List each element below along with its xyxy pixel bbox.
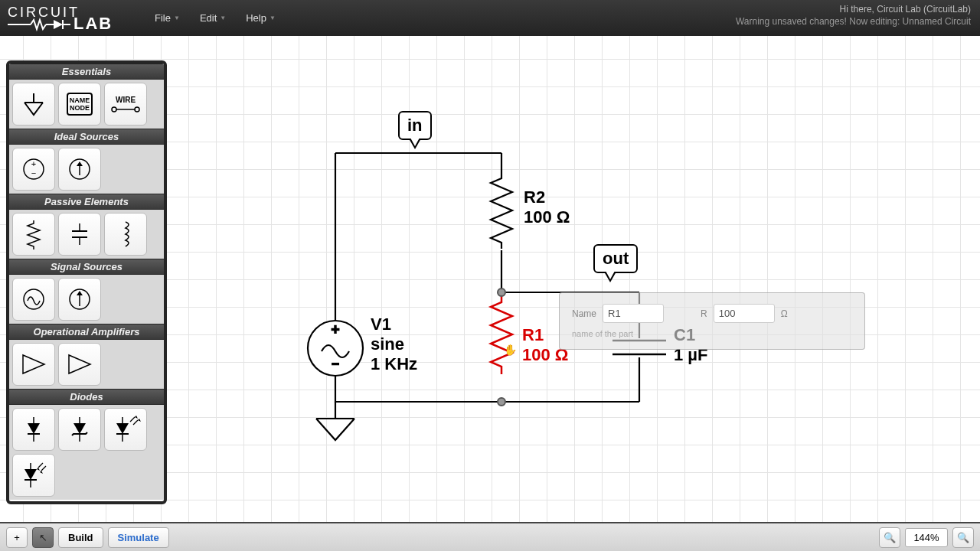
svg-text:+: + [332, 322, 340, 337]
menu-help[interactable]: Help▼ [237, 8, 285, 28]
palette-scroll[interactable]: Essentials NAMENODE WIRE Ideal Sources +… [9, 64, 164, 501]
section-signal-sources: Signal Sources [9, 259, 164, 275]
greeting-text: Hi there, Circuit Lab (CircuitLab) [736, 3, 971, 15]
junction-node[interactable] [497, 288, 506, 297]
node-label-in[interactable]: in [398, 111, 432, 140]
svg-marker-47 [135, 416, 138, 419]
r2-label[interactable]: R2100 Ω [524, 187, 570, 227]
svg-marker-44 [116, 423, 129, 434]
svg-marker-53 [37, 468, 40, 471]
svg-text:−: − [332, 357, 338, 370]
svg-point-20 [24, 159, 44, 179]
palette-opamp-2[interactable] [58, 343, 101, 386]
main-area: + − in out R2100 Ω R1100 Ω C11 µF V1sine… [0, 36, 980, 522]
junction-node[interactable] [497, 397, 506, 406]
warning-text: Warning unsaved changes! Now editing: Un… [736, 15, 971, 28]
palette-diode[interactable] [12, 408, 55, 451]
palette-ac-voltage[interactable] [12, 278, 55, 321]
svg-text:CIRCUIT: CIRCUIT [8, 5, 80, 20]
menu-list: File▼ Edit▼ Help▼ [145, 8, 285, 28]
component-palette: Essentials NAMENODE WIRE Ideal Sources +… [6, 60, 167, 504]
section-ideal-sources: Ideal Sources [9, 129, 164, 145]
svg-marker-34 [23, 355, 44, 373]
chevron-down-icon: ▼ [220, 15, 226, 21]
v1-label[interactable]: V1sine1 KHz [371, 315, 417, 374]
build-button[interactable]: Build [58, 527, 103, 548]
property-popup[interactable]: Name R Ω name of the part [559, 292, 865, 350]
palette-opamp[interactable] [12, 343, 55, 386]
cursor-icon: ↖ [39, 532, 47, 543]
palette-ac-current[interactable] [58, 278, 101, 321]
palette-wire[interactable]: WIRE [104, 83, 147, 126]
svg-point-23 [70, 159, 90, 179]
svg-point-19 [135, 107, 139, 112]
palette-resistor[interactable] [12, 213, 55, 256]
palette-led[interactable] [104, 408, 147, 451]
section-essentials: Essentials [9, 64, 164, 80]
node-label-out[interactable]: out [593, 244, 638, 273]
svg-marker-3 [54, 20, 63, 29]
palette-capacitor[interactable] [58, 213, 101, 256]
section-opamps: Operational Amplifiers [9, 324, 164, 340]
prop-r-unit: Ω [781, 308, 788, 319]
svg-marker-25 [77, 161, 83, 166]
svg-marker-54 [40, 471, 43, 474]
zoom-display[interactable]: 144% [905, 528, 948, 547]
header-info: Hi there, Circuit Lab (CircuitLab) Warni… [736, 3, 971, 28]
svg-point-17 [112, 107, 116, 112]
zoom-in-icon: 🔍 [957, 532, 969, 543]
prop-r-label: R [701, 308, 707, 319]
prop-hint: name of the part [572, 329, 852, 338]
palette-ground[interactable] [12, 83, 55, 126]
palette-current-source[interactable] [58, 148, 101, 191]
bottom-toolbar: + ↖ Build Simulate 🔍 144% 🔍 [0, 522, 980, 551]
chevron-down-icon: ▼ [174, 15, 180, 21]
logo: CIRCUIT LAB [8, 5, 127, 32]
svg-point-30 [24, 289, 44, 309]
palette-voltage-source[interactable]: +− [12, 148, 55, 191]
svg-marker-41 [74, 423, 86, 434]
zoom-out-icon: 🔍 [884, 532, 896, 543]
top-menubar: CIRCUIT LAB File▼ Edit▼ Help▼ Hi there, … [0, 0, 980, 36]
palette-photodiode[interactable] [12, 454, 55, 497]
svg-text:LAB: LAB [74, 14, 113, 32]
svg-marker-37 [28, 423, 40, 434]
palette-name-node[interactable]: NAMENODE [58, 83, 101, 126]
svg-point-31 [70, 289, 90, 309]
prop-name-label: Name [572, 308, 596, 319]
cursor-button[interactable]: ↖ [32, 527, 54, 548]
svg-text:+: + [31, 159, 36, 168]
section-diodes: Diodes [9, 389, 164, 405]
prop-r-input[interactable] [714, 304, 775, 323]
svg-marker-35 [69, 355, 90, 373]
menu-edit[interactable]: Edit▼ [191, 8, 235, 28]
svg-text:−: − [31, 168, 36, 178]
svg-marker-48 [138, 419, 141, 422]
plus-icon: + [14, 532, 20, 543]
svg-marker-50 [24, 469, 37, 480]
menu-file[interactable]: File▼ [145, 8, 189, 28]
zoom-out-button[interactable]: 🔍 [879, 527, 900, 548]
add-button[interactable]: + [6, 527, 28, 548]
section-passive: Passive Elements [9, 194, 164, 210]
palette-zener[interactable] [58, 408, 101, 451]
prop-name-input[interactable] [603, 304, 664, 323]
chevron-down-icon: ▼ [270, 15, 276, 21]
palette-inductor[interactable] [104, 213, 147, 256]
zoom-in-button[interactable]: 🔍 [952, 527, 974, 548]
svg-marker-33 [77, 291, 83, 295]
simulate-button[interactable]: Simulate [108, 527, 169, 548]
